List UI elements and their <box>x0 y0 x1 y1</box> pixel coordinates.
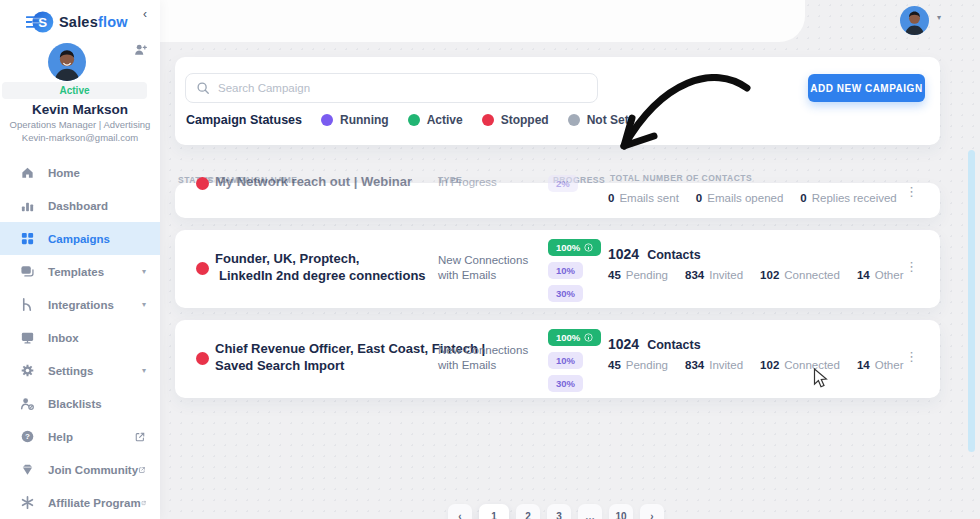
sidebar-item-label: Settings <box>48 365 93 377</box>
templates-icon <box>20 264 35 279</box>
inbox-icon <box>20 330 35 345</box>
sidebar: S Salesflow ‹ Active Kevin Markson Opera… <box>0 0 160 519</box>
logo[interactable]: S Salesflow <box>26 8 128 36</box>
sidebar-item-help[interactable]: ? Help <box>0 420 160 453</box>
external-link-icon <box>134 431 146 443</box>
main-content: ▾ ADD NEW CAMPAIGN Campaign Statuses Run… <box>160 0 980 519</box>
campaign-status-dot <box>196 262 209 275</box>
profile-avatar[interactable] <box>48 43 86 81</box>
pagination-page-2[interactable]: 2 <box>516 504 540 519</box>
stat-label: Other <box>875 269 904 281</box>
legend-label: Not Set <box>587 113 629 127</box>
campaign-status-dot <box>196 177 209 190</box>
sidebar-item-dashboard[interactable]: Dashboard <box>0 189 160 222</box>
pagination-page-3[interactable]: 3 <box>547 504 571 519</box>
pagination-page-10[interactable]: 10 <box>609 504 633 519</box>
topbar-user-avatar[interactable] <box>900 6 929 35</box>
column-header-contacts: TOTAL NUMBER OF CONTACTS <box>610 173 752 183</box>
sidebar-item-templates[interactable]: Templates ▾ <box>0 255 160 288</box>
campaign-name[interactable]: Founder, UK, Proptech,LinkedIn 2nd degre… <box>215 250 426 284</box>
campaign-name[interactable]: My Network reach out | Webinar <box>215 173 412 190</box>
external-link-icon <box>138 464 146 476</box>
salesflow-logo-icon: S <box>26 8 54 36</box>
status-badge: Active <box>2 82 147 99</box>
campaign-type-line1: New Connections <box>438 254 528 266</box>
pagination: ‹ 1 2 3 … 10 › <box>448 504 664 519</box>
campaign-name-line2: Saved Search Import <box>215 358 344 373</box>
search-icon <box>196 81 210 95</box>
chevron-down-icon: ▾ <box>142 300 146 309</box>
stat-pending: 45Pending <box>608 359 668 371</box>
progress-pill: 10% <box>548 262 583 279</box>
stat-emails-sent: 0Emails sent <box>608 192 679 204</box>
blacklists-icon <box>20 396 35 411</box>
stat-label: Emails opened <box>707 192 783 204</box>
logo-text-primary: Sales <box>59 14 98 30</box>
stat-label: Invited <box>709 359 743 371</box>
stat-value: 834 <box>685 269 704 281</box>
sidebar-item-affiliate-program[interactable]: Affiliate Program <box>0 486 160 519</box>
add-new-campaign-button[interactable]: ADD NEW CAMPAIGN <box>808 74 925 102</box>
row-menu-kebab[interactable]: ⋮ <box>905 350 918 363</box>
sidebar-item-blacklists[interactable]: Blacklists <box>0 387 160 420</box>
sidebar-item-label: Integrations <box>48 299 114 311</box>
search-campaign-input[interactable] <box>218 82 587 94</box>
stat-label: Replies received <box>812 192 897 204</box>
profile-email: Kevin-markson@gmail.com <box>0 132 160 143</box>
sidebar-collapse-button[interactable]: ‹ <box>143 7 147 21</box>
campaign-row[interactable]: My Network reach out | Webinar In Progre… <box>175 183 940 218</box>
progress-value: 100% <box>556 332 580 343</box>
campaign-row[interactable]: Chief Revenue Officer, East Coast, Finte… <box>175 320 940 398</box>
row-menu-kebab[interactable]: ⋮ <box>905 260 918 273</box>
campaign-type-line2: with Emails <box>438 359 496 371</box>
integrations-icon <box>20 297 35 312</box>
sidebar-item-integrations[interactable]: Integrations ▾ <box>0 288 160 321</box>
pagination-next-button[interactable]: › <box>640 504 664 519</box>
community-icon <box>20 462 35 477</box>
legend-item-active: Active <box>408 113 463 127</box>
search-campaign-box[interactable] <box>185 73 598 103</box>
progress-value: 100% <box>556 242 580 253</box>
campaign-status-dot <box>196 352 209 365</box>
progress-pill: 2% <box>548 175 578 192</box>
pagination-ellipsis[interactable]: … <box>578 504 602 519</box>
campaign-contact-stats: 45Pending 834Invited 102Connected 14Othe… <box>608 359 903 371</box>
stat-label: Connected <box>784 359 840 371</box>
progress-pill: 10% <box>548 352 583 369</box>
sidebar-item-home[interactable]: Home <box>0 156 160 189</box>
campaign-row[interactable]: Founder, UK, Proptech,LinkedIn 2nd degre… <box>175 230 940 308</box>
affiliate-icon <box>20 495 35 510</box>
stat-invited: 834Invited <box>685 359 743 371</box>
stat-value: 0 <box>696 192 702 204</box>
campaign-contact-stats: 45Pending 834Invited 102Connected 14Othe… <box>608 269 903 281</box>
stat-pending: 45Pending <box>608 269 668 281</box>
stat-label: Connected <box>784 269 840 281</box>
sidebar-item-label: Home <box>48 167 80 179</box>
stat-value: 102 <box>760 359 779 371</box>
user-add-icon[interactable] <box>133 42 148 57</box>
pagination-page-1[interactable]: 1 <box>479 504 509 519</box>
stat-label: Pending <box>626 359 668 371</box>
campaign-type-line2: with Emails <box>438 269 496 281</box>
chevron-down-icon: ▾ <box>142 267 146 276</box>
pagination-prev-button[interactable]: ‹ <box>448 504 472 519</box>
vertical-scrollbar[interactable] <box>968 150 975 452</box>
progress-pill-green: 100% <box>548 239 601 256</box>
chevron-down-icon[interactable]: ▾ <box>937 13 941 22</box>
svg-text:S: S <box>38 15 47 30</box>
sidebar-item-inbox[interactable]: Inbox <box>0 321 160 354</box>
stat-invited: 834Invited <box>685 269 743 281</box>
campaign-type: New Connectionswith Emails <box>438 253 528 283</box>
stat-label: Emails sent <box>619 192 678 204</box>
sidebar-item-campaigns[interactable]: Campaigns <box>0 222 160 255</box>
sidebar-item-join-community[interactable]: Join Community <box>0 453 160 486</box>
stat-other: 14Other <box>857 359 904 371</box>
campaign-type: New Connectionswith Emails <box>438 343 528 373</box>
running-status-dot <box>321 114 333 126</box>
sidebar-item-settings[interactable]: Settings ▾ <box>0 354 160 387</box>
info-icon <box>584 333 593 342</box>
row-menu-kebab[interactable]: ⋮ <box>905 185 918 198</box>
dashboard-icon <box>20 198 35 213</box>
legend-label: Stopped <box>501 113 549 127</box>
info-icon <box>584 243 593 252</box>
